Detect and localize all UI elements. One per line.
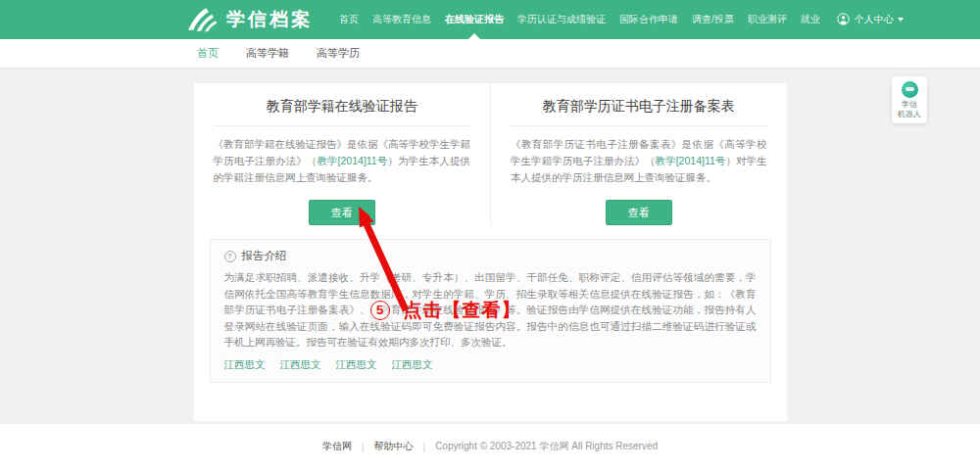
report-cards: 教育部学籍在线验证报告 《教育部学籍在线验证报告》是依据《高等学校学生学籍学历电… — [194, 83, 787, 225]
main-nav: 首页 高等教育信息 在线验证报告 学历认证与成绩验证 国际合作申请 调查/投票 … — [332, 0, 827, 39]
nav-item-survey-vote[interactable]: 调查/投票 — [685, 0, 741, 39]
content-panel: 教育部学籍在线验证报告 《教育部学籍在线验证报告》是依据《高等学校学生学籍学历电… — [194, 83, 787, 421]
regulation-doc-link[interactable]: 教学[2014]11号 — [317, 155, 387, 166]
page-footer: 学信网 | 帮助中心 | Copyright © 2003-2021 学信网 A… — [0, 424, 980, 469]
nav-item-higher-education-info[interactable]: 高等教育信息 — [366, 0, 438, 39]
chevron-down-icon — [898, 18, 904, 22]
view-button-student-status[interactable]: 查看 — [309, 200, 375, 225]
footer-separator: | — [362, 442, 365, 452]
nav-item-home[interactable]: 首页 — [332, 0, 366, 39]
card-title: 教育部学历证书电子注册备案表 — [511, 98, 767, 126]
card-description: 《教育部学历证书电子注册备案表》是依据《高等学校学生学籍学历电子注册办法》（教学… — [511, 136, 767, 186]
logo-text: 学信档案 — [226, 7, 313, 32]
robot-label-line1: 学信 — [894, 100, 925, 110]
user-menu-label: 个人中心 — [855, 13, 894, 26]
card-title: 教育部学籍在线验证报告 — [214, 98, 471, 126]
card-description: 《教育部学籍在线验证报告》是依据《高等学校学生学籍学历电子注册办法》（教学[20… — [214, 136, 471, 186]
report-intro-box: ? 报告介绍 为满足求职招聘、派遣接收、升学（考研、专升本）、出国留学、干部任免… — [210, 239, 771, 383]
subnav-item-home[interactable]: 首页 — [194, 39, 221, 68]
footer-link-help-center[interactable]: 帮助中心 — [374, 440, 414, 453]
help-circle-icon: ? — [224, 251, 236, 262]
nav-item-employment[interactable]: 就业 — [794, 0, 827, 39]
robot-label-line2: 机器人 — [894, 110, 925, 119]
nav-item-degree-authentication[interactable]: 学历认证与成绩验证 — [511, 0, 612, 39]
intro-title: 报告介绍 — [242, 249, 287, 263]
sub-nav: 首页 高等学籍 高等学历 — [0, 39, 980, 69]
footer-copyright: Copyright © 2003-2021 学信网 All Rights Res… — [435, 440, 658, 453]
footer-separator: | — [423, 442, 426, 452]
logo-book-icon — [186, 7, 219, 32]
robot-face-icon — [902, 81, 918, 98]
chsi-robot-widget[interactable]: 学信 机器人 — [892, 76, 927, 123]
nav-item-online-verification-report[interactable]: 在线验证报告 — [438, 0, 511, 39]
footer-link-chsi[interactable]: 学信网 — [322, 440, 352, 453]
top-header: 学信档案 首页 高等教育信息 在线验证报告 学历认证与成绩验证 国际合作申请 调… — [0, 0, 980, 39]
user-menu[interactable]: 个人中心 — [837, 13, 904, 27]
regulation-doc-link[interactable]: 教学[2014]11号 — [656, 155, 726, 166]
subnav-item-higher-degree[interactable]: 高等学历 — [314, 39, 363, 68]
site-logo[interactable]: 学信档案 — [186, 7, 313, 32]
intro-links: 江西思文 江西思文 江西思文 江西思文 — [224, 358, 757, 372]
nav-item-international-cooperation[interactable]: 国际合作申请 — [612, 0, 685, 39]
card-student-status-report: 教育部学籍在线验证报告 《教育部学籍在线验证报告》是依据《高等学校学生学籍学历电… — [194, 83, 491, 225]
subnav-item-higher-enrollment[interactable]: 高等学籍 — [243, 39, 292, 68]
intro-link[interactable]: 江西思文 — [280, 358, 321, 372]
card-degree-certificate-record: 教育部学历证书电子注册备案表 《教育部学历证书电子注册备案表》是依据《高等学校学… — [490, 83, 787, 225]
nav-item-career-assessment[interactable]: 职业测评 — [741, 0, 794, 39]
intro-link[interactable]: 江西思文 — [336, 358, 377, 372]
user-avatar-icon — [837, 13, 850, 27]
intro-link[interactable]: 江西思文 — [392, 358, 433, 372]
intro-link[interactable]: 江西思文 — [224, 358, 266, 372]
view-button-degree-record[interactable]: 查看 — [606, 200, 672, 225]
intro-text: 为满足求职招聘、派遣接收、升学（考研、专升本）、出国留学、干部任免、职称评定、信… — [224, 269, 757, 351]
